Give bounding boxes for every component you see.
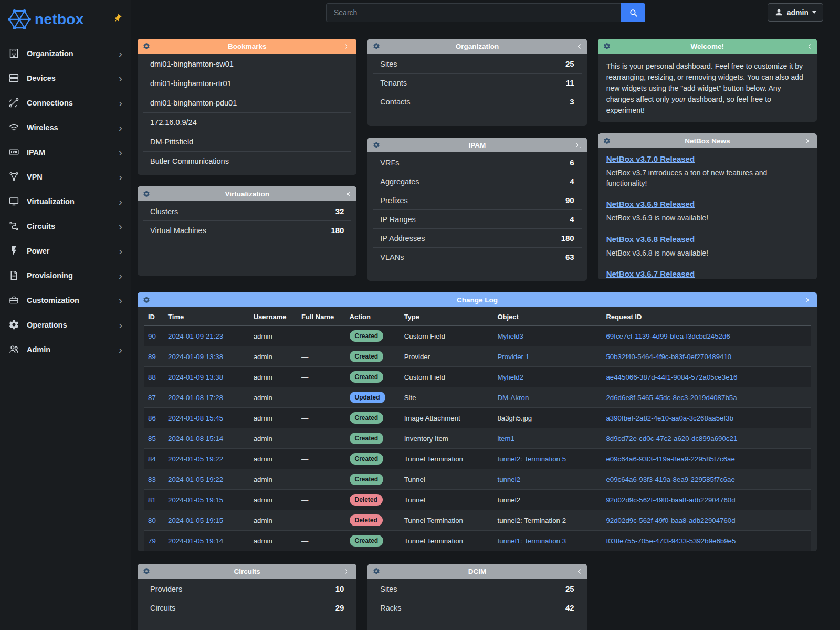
news-headline-link[interactable]: NetBox v3.6.8 Released — [606, 235, 695, 244]
stat-value-link[interactable]: 11 — [566, 78, 574, 87]
change-time-link[interactable]: 2024-01-05 19:14 — [168, 537, 223, 545]
stat-value-link[interactable]: 180 — [331, 226, 344, 235]
change-id-link[interactable]: 87 — [148, 394, 156, 402]
change-object-link[interactable]: Myfield3 — [497, 332, 523, 340]
stat-value-link[interactable]: 32 — [335, 207, 344, 216]
change-time-link[interactable]: 2024-01-08 17:28 — [168, 394, 223, 402]
stat-value-link[interactable]: 4 — [570, 177, 574, 186]
close-icon[interactable] — [575, 142, 582, 149]
gear-icon[interactable] — [143, 296, 150, 303]
change-id-link[interactable]: 80 — [148, 517, 156, 524]
change-time-link[interactable]: 2024-01-05 19:22 — [168, 476, 223, 484]
gear-icon[interactable] — [603, 137, 611, 144]
change-object-link[interactable]: DM-Akron — [497, 394, 529, 402]
stat-value-link[interactable]: 10 — [335, 584, 344, 593]
stat-value-link[interactable]: 90 — [565, 196, 574, 205]
gear-icon[interactable] — [373, 141, 380, 149]
stat-value-link[interactable]: 25 — [565, 584, 574, 593]
request-id-link[interactable]: e09c64a6-93f3-419a-8ea9-229585f7c6ae — [606, 455, 734, 463]
request-id-link[interactable]: 92d02d9c-562f-49f0-baa8-adb22904760d — [606, 517, 735, 524]
stat-value-link[interactable]: 42 — [565, 603, 574, 612]
change-id-link[interactable]: 83 — [148, 476, 156, 484]
stat-value-link[interactable]: 6 — [570, 158, 574, 167]
change-id-link[interactable]: 88 — [148, 373, 156, 381]
gear-icon[interactable] — [373, 568, 380, 575]
bookmark-link[interactable]: Butler Communications — [143, 152, 351, 171]
stat-value-link[interactable]: 3 — [570, 97, 574, 106]
sidebar-item-ipam[interactable]: IPAM › — [0, 140, 131, 164]
user-menu-button[interactable]: admin — [768, 3, 823, 22]
sidebar-item-vpn[interactable]: VPN › — [0, 164, 131, 189]
request-id-link[interactable]: 92d02d9c-562f-49f0-baa8-adb22904760d — [606, 496, 735, 504]
request-id-link[interactable]: 2d6d6e8f-5465-45dc-8ec3-2019d4087b5a — [606, 394, 737, 402]
close-icon[interactable] — [575, 568, 582, 575]
change-time-link[interactable]: 2024-01-09 21:23 — [168, 332, 223, 340]
gear-icon[interactable] — [143, 43, 150, 50]
change-time-link[interactable]: 2024-01-09 13:38 — [168, 373, 223, 381]
sidebar-item-circuits[interactable]: Circuits › — [0, 214, 131, 238]
sidebar-item-customization[interactable]: Customization › — [0, 288, 131, 312]
bookmark-link[interactable]: DM-Pittsfield — [143, 132, 351, 152]
sidebar-item-admin[interactable]: Admin › — [0, 337, 131, 362]
sidebar-item-connections[interactable]: Connections › — [0, 90, 131, 115]
sidebar-item-power[interactable]: Power › — [0, 238, 131, 263]
search-input[interactable] — [326, 3, 621, 22]
close-icon[interactable] — [805, 297, 812, 303]
stat-value-link[interactable]: 4 — [570, 215, 574, 224]
bookmark-link[interactable]: dmi01-binghamton-sw01 — [143, 55, 351, 74]
change-time-link[interactable]: 2024-01-09 13:38 — [168, 353, 223, 361]
change-id-link[interactable]: 81 — [148, 496, 156, 504]
change-id-link[interactable]: 79 — [148, 537, 156, 545]
change-time-link[interactable]: 2024-01-08 15:45 — [168, 414, 223, 422]
change-id-link[interactable]: 90 — [148, 332, 156, 340]
pin-sidebar-icon[interactable] — [113, 14, 122, 23]
sidebar-item-virtualization[interactable]: Virtualization › — [0, 189, 131, 214]
change-time-link[interactable]: 2024-01-05 19:22 — [168, 455, 223, 463]
close-icon[interactable] — [575, 43, 582, 50]
request-id-link[interactable]: f038e755-705e-47f3-9433-5392b9e6b9e5 — [606, 537, 736, 545]
change-id-link[interactable]: 85 — [148, 435, 156, 443]
bookmark-link[interactable]: dmi01-binghamton-rtr01 — [143, 74, 351, 93]
request-id-link[interactable]: 69fce7cf-1139-4d99-bfea-f3dcbd2452d6 — [606, 332, 730, 340]
change-time-link[interactable]: 2024-01-08 15:14 — [168, 435, 223, 443]
gear-icon[interactable] — [373, 43, 380, 50]
news-headline-link[interactable]: NetBox v3.6.9 Released — [606, 200, 695, 208]
change-object-link[interactable]: tunnel2 — [497, 476, 520, 484]
close-icon[interactable] — [344, 191, 351, 197]
change-object-link[interactable]: tunnel2 — [497, 496, 520, 504]
request-id-link[interactable]: ae445066-387d-44f1-9084-572a05ce3e16 — [606, 373, 737, 381]
request-id-link[interactable]: 50b32f40-5464-4f9c-b83f-0ef270489410 — [606, 353, 731, 361]
news-headline-link[interactable]: NetBox v3.6.7 Released — [606, 269, 695, 278]
change-time-link[interactable]: 2024-01-05 19:15 — [168, 517, 223, 524]
search-button[interactable] — [621, 3, 645, 22]
change-object-link[interactable]: item1 — [497, 435, 514, 443]
change-id-link[interactable]: 86 — [148, 414, 156, 422]
request-id-link[interactable]: e09c64a6-93f3-419a-8ea9-229585f7c6ae — [606, 476, 734, 484]
gear-icon[interactable] — [143, 568, 150, 575]
request-id-link[interactable]: a390fbef-2a82-4e10-aa0a-3c268aa5ef3b — [606, 414, 733, 422]
change-object-link[interactable]: 8a3gh5.jpg — [497, 414, 532, 422]
stat-value-link[interactable]: 63 — [565, 253, 574, 261]
change-object-link[interactable]: tunnel2: Termination 2 — [497, 517, 566, 524]
change-object-link[interactable]: Provider 1 — [497, 353, 529, 361]
sidebar-item-wireless[interactable]: Wireless › — [0, 115, 131, 140]
logo-text[interactable]: netbox — [35, 11, 84, 28]
close-icon[interactable] — [805, 43, 812, 50]
gear-icon[interactable] — [143, 190, 150, 197]
news-headline-link[interactable]: NetBox v3.7.0 Released — [606, 154, 695, 163]
change-time-link[interactable]: 2024-01-05 19:15 — [168, 496, 223, 504]
change-object-link[interactable]: Myfield2 — [497, 373, 523, 381]
stat-value-link[interactable]: 25 — [565, 59, 574, 68]
change-id-link[interactable]: 84 — [148, 455, 156, 463]
stat-value-link[interactable]: 180 — [561, 234, 574, 243]
sidebar-item-provisioning[interactable]: Provisioning › — [0, 263, 131, 288]
stat-value-link[interactable]: 29 — [335, 603, 344, 612]
change-id-link[interactable]: 89 — [148, 353, 156, 361]
bookmark-link[interactable]: dmi01-binghamton-pdu01 — [143, 93, 351, 113]
sidebar-item-organization[interactable]: Organization › — [0, 41, 131, 66]
request-id-link[interactable]: 8d9cd72e-cd0c-47c2-a620-dc899a690c21 — [606, 435, 737, 443]
gear-icon[interactable] — [603, 43, 611, 50]
sidebar-item-devices[interactable]: Devices › — [0, 66, 131, 90]
close-icon[interactable] — [344, 43, 351, 50]
close-icon[interactable] — [805, 138, 812, 144]
